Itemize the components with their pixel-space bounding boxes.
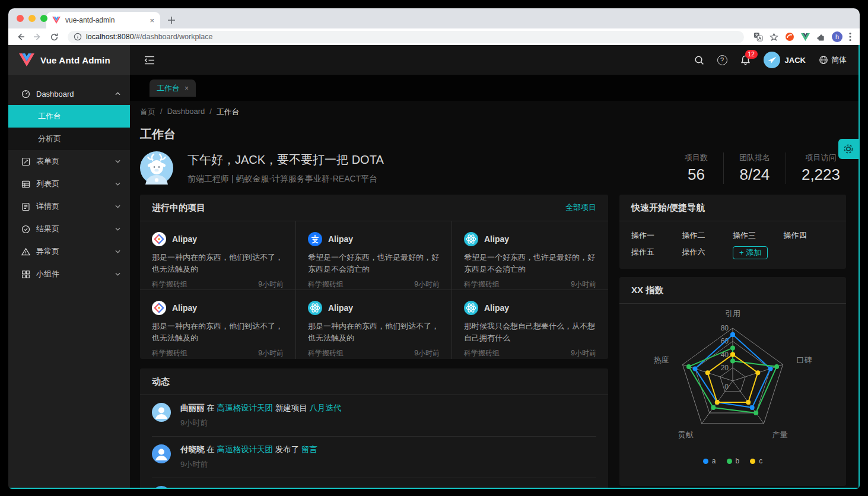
activity-group-link[interactable]: 高逼格设计天团 [217,403,274,412]
sidebar-item-analysis[interactable]: 分析页 [8,128,130,150]
sidebar-item-widgets[interactable]: 小组件 [8,263,130,285]
project-time: 9小时前 [414,348,440,358]
project-title: Alipay [172,303,197,313]
sidebar-item-form[interactable]: 表单页 [8,150,130,173]
project-group[interactable]: 科学搬砖组 [152,279,187,290]
sidebar-item-list[interactable]: 列表页 [8,173,130,195]
translate-icon[interactable] [753,32,763,42]
sidebar-item-workplace[interactable]: 工作台 [8,105,130,128]
project-group[interactable]: 科学搬砖组 [308,279,344,290]
back-icon[interactable] [14,32,27,42]
sidebar-item-dashboard[interactable]: Dashboard [8,82,130,105]
index-radar-card: XX 指数 806040200引用口碑产量贡献热度 abc [619,277,846,486]
project-group[interactable]: 科学搬砖组 [464,279,500,290]
project-time: 9小时前 [571,348,596,358]
sidebar-item-result[interactable]: 结果页 [8,218,130,240]
browser-tab[interactable]: vue-antd-admin × [46,12,160,28]
activity-object-link[interactable]: 八月迭代 [310,403,342,412]
activity-user[interactable]: 曲丽丽 [180,403,205,412]
minimize-window-button[interactable] [28,15,36,22]
activity-text: 发布了 [275,445,300,454]
quick-nav-link[interactable]: 操作五 [631,244,682,260]
quick-nav-link[interactable]: 操作二 [682,227,733,244]
close-window-button[interactable] [17,15,24,22]
activity-time: 9小时前 [180,418,342,428]
tab-close-icon[interactable]: × [150,17,154,24]
project-card[interactable]: Alipay 希望是一个好东西，也许是最好的，好东西是不会消亡的 科学搬砖组9小… [296,221,452,290]
sidebar-item-label: 小组件 [36,269,109,279]
project-card[interactable]: Alipay 希望是一个好东西，也许是最好的，好东西是不会消亡的 科学搬砖组9小… [452,221,608,290]
legend-label: a [712,457,716,465]
quick-nav-link[interactable]: 操作一 [631,227,682,244]
sidebar-item-exception[interactable]: 异常页 [8,240,130,263]
warning-icon [21,247,30,256]
stat-team-rank: 团队排名 8/24 [723,152,786,184]
address-bar[interactable]: localhost:8080/#/dashboard/workplace [68,31,744,43]
project-card[interactable]: Alipay 那是一种内在的东西，他们到达不了，也无法触及的 科学搬砖组9小时前 [140,221,296,290]
legend-item[interactable]: c [750,457,762,465]
user-menu[interactable]: JACK [764,52,806,68]
svg-text:热度: 热度 [654,355,669,364]
appstore-icon [21,270,30,279]
sidebar-item-label: 表单页 [36,156,109,167]
stat-label: 项目数 [685,152,708,163]
bookmark-star-icon[interactable] [770,33,778,42]
new-tab-button[interactable] [167,16,176,24]
vue-logo-icon [19,53,34,66]
ongoing-projects-card: 进行中的项目 全部项目 Alipay 那是一种内在的东西，他们到达不了，也无法触… [140,195,608,359]
reload-icon[interactable] [47,33,61,42]
theme-settings-button[interactable] [838,139,859,159]
activity-user[interactable]: 付晓晓 [180,445,205,454]
activity-object-link[interactable]: 留言 [301,445,317,454]
page-tab-close-icon[interactable]: × [185,84,189,93]
project-title: Alipay [172,234,197,244]
extensions-puzzle-icon[interactable] [816,33,825,42]
forward-icon[interactable] [31,32,44,42]
chevron-down-icon [115,250,120,253]
sidebar-item-detail[interactable]: 详情页 [8,195,130,218]
extension-vue-icon[interactable] [801,33,810,41]
url-path: /#/dashboard/workplace [134,33,213,41]
project-group[interactable]: 科学搬砖组 [152,348,187,358]
project-group[interactable]: 科学搬砖组 [464,348,500,358]
project-card[interactable]: Alipay 那是一种内在的东西，他们到达不了，也无法触及的 科学搬砖组9小时前 [296,290,452,359]
help-icon[interactable]: ? [717,55,727,65]
browser-profile-avatar[interactable]: h [832,31,842,42]
project-time: 9小时前 [258,279,284,290]
window-controls [17,15,47,22]
site-info-icon[interactable] [74,33,82,41]
breadcrumb-dashboard[interactable]: Dashboard [167,107,205,117]
brand-area[interactable]: Vue Antd Admin [8,45,130,75]
page-title: 工作台 [140,126,846,142]
quick-nav-link[interactable]: 操作六 [682,244,733,260]
legend-item[interactable]: b [727,457,740,465]
project-card[interactable]: Alipay 那是一种内在的东西，他们到达不了，也无法触及的 科学搬砖组9小时前 [140,290,296,359]
add-button[interactable]: + 添加 [733,246,768,259]
atom-icon [308,301,322,315]
maximize-window-button[interactable] [40,15,47,22]
browser-tab-title: vue-antd-admin [65,16,145,24]
page-tab-workplace[interactable]: 工作台 × [150,80,196,97]
browser-menu-icon[interactable] [849,32,851,42]
chevron-down-icon [115,205,120,208]
notifications-button[interactable]: 12 [740,55,751,65]
legend-item[interactable]: a [703,457,716,465]
page-tab-label: 工作台 [157,83,180,94]
project-group[interactable]: 科学搬砖组 [308,348,344,358]
welcome-section: 下午好，JACK，要不要打一把 DOTA 前端工程师 | 蚂蚁金服-计算服务事业… [140,151,846,185]
project-title: Alipay [484,303,509,313]
legend-dot [703,459,708,464]
search-icon[interactable] [694,55,704,65]
menu-fold-icon[interactable] [144,56,155,65]
all-projects-link[interactable]: 全部项目 [565,202,596,213]
activity-group-link[interactable]: 高逼格设计天团 [217,445,274,454]
dashboard-submenu: 工作台 分析页 [8,105,130,150]
language-switcher[interactable]: 简体 [819,55,847,65]
quick-nav-link[interactable]: 操作四 [784,227,835,244]
project-card[interactable]: Alipay 那时候我只会想自己想要什么，从不想自己拥有什么 科学搬砖组9小时前 [452,290,608,359]
stat-visits: 项目访问 2,223 [786,152,846,184]
breadcrumb-home[interactable]: 首页 [140,107,155,117]
app-header: Vue Antd Admin ? [8,45,860,75]
quick-nav-link[interactable]: 操作三 [733,227,784,244]
extension-orange-icon[interactable] [785,32,794,42]
